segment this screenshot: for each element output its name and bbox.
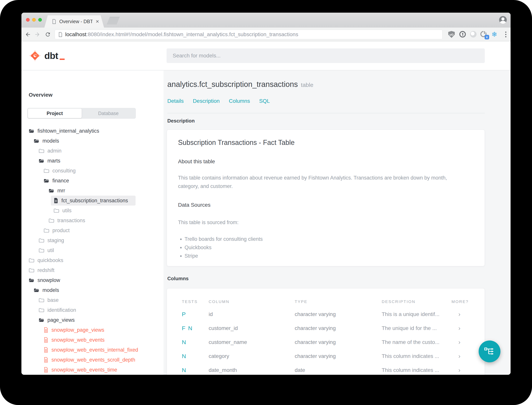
row-expand-chevron-icon[interactable]: › [458, 363, 460, 375]
sources-list: Trello boards for consulting clientsQuic… [184, 235, 263, 260]
table-row[interactable]: N customer_name character varying The na… [167, 335, 485, 349]
tree-item-label: base [47, 297, 59, 303]
table-row[interactable]: N date_month date This column indicates … [167, 363, 485, 375]
tree-item[interactable]: snowplow_web_events [21, 335, 164, 345]
tree-item[interactable]: product [21, 225, 164, 236]
tree-item[interactable]: snowplow [21, 275, 164, 285]
tree-item[interactable]: util [21, 245, 164, 255]
tree-item[interactable]: models [21, 136, 164, 146]
tree-item[interactable]: fishtown_internal_analytics [21, 126, 164, 136]
tree-item[interactable]: snowplow_web_events_scroll_depth [21, 355, 164, 365]
browser-menu-icon[interactable] [502, 31, 509, 38]
tab-favicon-document-icon [52, 19, 56, 24]
tree-item-icon [44, 367, 48, 373]
tree-item-label: quickbooks [38, 257, 63, 263]
url-host: localhost [65, 31, 86, 37]
tree-item[interactable]: utils [21, 206, 164, 216]
ublock-extension-icon[interactable]: uO [448, 31, 455, 38]
row-expand-chevron-icon[interactable]: › [458, 321, 460, 335]
tree-item[interactable]: snowplow_page_views [21, 325, 164, 335]
tree-item-label: util [47, 248, 54, 253]
table-row[interactable]: F N customer_id character varying The un… [167, 321, 485, 335]
dbt-logo[interactable]: dbt [29, 41, 65, 70]
tree-item-icon [39, 318, 44, 323]
avatar-body [500, 21, 506, 24]
tree-item[interactable]: quickbooks [21, 255, 164, 265]
tree-item[interactable]: base [21, 295, 164, 305]
tree-item[interactable]: snowplow_web_events_internal_fixed [21, 345, 164, 355]
snowflake-extension-icon[interactable]: ❄ [491, 31, 498, 38]
browser-tab[interactable]: Overview - DBT Docs × [44, 15, 104, 27]
minimize-window-button[interactable] [32, 18, 36, 22]
disabled-extension-icon[interactable] [470, 31, 477, 38]
url-path: :8080/index.html#!/model/model.fishtown_… [86, 31, 298, 37]
dbt-logo-icon [29, 50, 40, 61]
tree-item[interactable]: staging [21, 236, 164, 245]
back-icon[interactable] [25, 31, 31, 38]
url-bar[interactable]: localhost:8080/index.html#!/model/model.… [55, 30, 442, 39]
row-expand-chevron-icon[interactable]: › [458, 335, 460, 349]
model-nav-link-details[interactable]: Details [167, 98, 184, 104]
row-expand-chevron-icon[interactable]: › [458, 307, 460, 321]
tree-item-icon [53, 198, 58, 203]
cell-description: This column indicates ... [382, 349, 439, 363]
tree-item[interactable]: models [21, 285, 164, 295]
row-expand-chevron-icon[interactable]: › [458, 349, 460, 363]
page-security-document-icon[interactable] [58, 32, 63, 37]
tree-item[interactable]: transactions [21, 216, 164, 225]
keyhole-icon [459, 31, 466, 38]
tree-item-icon [39, 158, 44, 163]
tree-item[interactable]: fct_subscription_transactions [21, 196, 164, 206]
forward-icon[interactable] [34, 31, 40, 38]
tree-item[interactable]: finance [21, 176, 164, 186]
maximize-window-button[interactable] [38, 18, 42, 22]
search-input[interactable] [167, 48, 485, 63]
tree-item-icon [49, 188, 54, 193]
tab-title: Overview - DBT Docs [59, 19, 92, 24]
tree-item[interactable]: marts [21, 156, 164, 166]
power-extension-icon[interactable]: x [480, 31, 487, 38]
close-window-button[interactable] [26, 18, 30, 22]
cell-column: customer_name [209, 335, 247, 349]
tab-close-icon[interactable]: × [96, 19, 99, 24]
reload-icon[interactable] [45, 31, 51, 38]
x-badge: x [485, 35, 489, 40]
description-card: Subscription Transactions - Fact Table A… [167, 130, 485, 266]
tree-item[interactable]: snowplow_web_events_time [21, 365, 164, 375]
tree-item-icon [34, 288, 39, 293]
sidebar-overview-link[interactable]: Overview [29, 92, 53, 98]
tree-item-icon [44, 228, 49, 233]
tree-item[interactable]: redshift [21, 265, 164, 275]
column-header: MORE? [452, 297, 469, 306]
sources-intro: This table is sourced from: [178, 218, 239, 227]
card-title: Subscription Transactions - Fact Table [178, 139, 295, 147]
model-nav: DetailsDescriptionColumnsSQL [167, 98, 270, 104]
page-title: analytics.fct_subscription_transactionst… [167, 80, 313, 89]
columns-table-body: P id character varying This is a unique … [167, 307, 485, 375]
lineage-graph-button[interactable] [479, 340, 500, 362]
dbt-logo-text: dbt [44, 51, 65, 61]
tab-project[interactable]: Project [28, 108, 82, 118]
tree-item[interactable]: admin [21, 146, 164, 156]
model-nav-link-description[interactable]: Description [193, 98, 220, 104]
tree-item[interactable]: identification [21, 305, 164, 315]
model-nav-link-sql[interactable]: SQL [259, 98, 270, 104]
table-row[interactable]: N category character varying This column… [167, 349, 485, 363]
tree-item-icon [39, 248, 44, 253]
tab-database[interactable]: Database [82, 108, 135, 118]
tree-item[interactable]: page_views [21, 315, 164, 325]
tree-item[interactable]: mrr [21, 186, 164, 196]
tree-item-icon [29, 278, 34, 283]
tree-item-label: fct_subscription_transactions [61, 198, 128, 204]
cell-tests: N [182, 335, 187, 349]
tree-item[interactable]: consulting [21, 166, 164, 176]
cell-tests: N [182, 349, 187, 363]
profile-avatar-icon[interactable] [499, 16, 507, 24]
browser-toolbar: localhost:8080/index.html#!/model/model.… [21, 27, 511, 41]
ublock-letters: uO [450, 33, 453, 36]
onepassword-extension-icon[interactable] [459, 31, 466, 38]
table-row[interactable]: P id character varying This is a unique … [167, 307, 485, 321]
new-tab-button[interactable] [107, 17, 120, 25]
model-nav-link-columns[interactable]: Columns [229, 98, 250, 104]
cell-type: character varying [295, 349, 336, 363]
